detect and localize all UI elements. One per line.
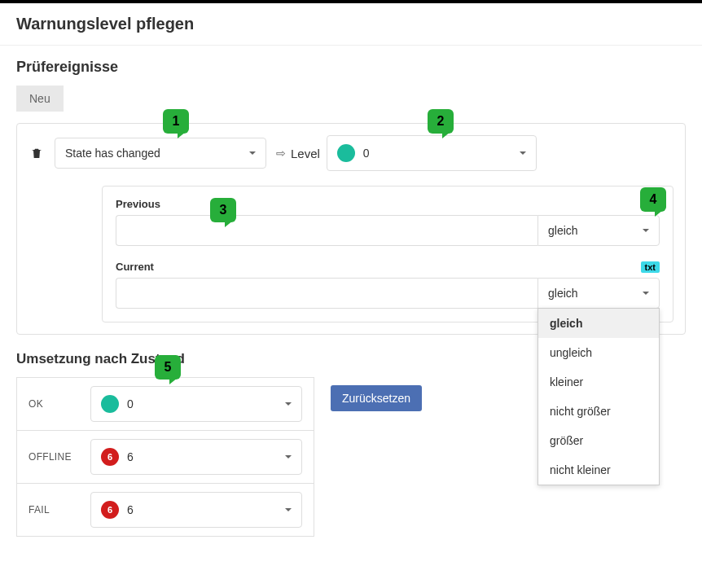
level-badge — [337, 144, 355, 162]
operator-option-gleich[interactable]: gleich — [538, 309, 659, 338]
current-label: Current — [116, 261, 154, 273]
current-input[interactable] — [116, 278, 537, 309]
state-value-offline: 6 — [127, 450, 134, 463]
operator-option-groesser[interactable]: größer — [538, 426, 659, 455]
previous-operator-value: gleich — [548, 224, 578, 237]
state-table: OK 0 OFFLINE 6 6 — [16, 377, 314, 537]
callout-3: 3 — [210, 198, 236, 222]
current-block: Current txt gleich gleich ungleich klein… — [116, 261, 660, 309]
chevron-down-icon — [285, 508, 292, 511]
callout-4: 4 — [640, 187, 666, 212]
page-header: Warnungslevel pflegen — [0, 3, 702, 46]
state-change-value: State has changed — [65, 147, 160, 160]
state-change-dropdown[interactable]: State has changed — [55, 138, 266, 169]
state-label-fail: FAIL — [17, 486, 90, 533]
operator-option-kleiner[interactable]: kleiner — [538, 367, 659, 397]
previous-label: Previous — [116, 198, 160, 210]
current-operator-value: gleich — [548, 287, 578, 300]
previous-block: Previous txt gleich — [116, 198, 660, 246]
operator-option-nicht-groesser[interactable]: nicht größer — [538, 397, 659, 426]
new-button[interactable]: Neu — [16, 86, 64, 112]
rule-container: State has changed ⇨ Level 0 — [16, 123, 686, 335]
current-operator-dropdown[interactable]: gleich gleich ungleich kleiner nicht grö… — [537, 278, 660, 309]
state-row-ok: OK 0 — [17, 378, 314, 431]
chevron-down-icon — [643, 292, 649, 295]
section-events-title: Prüfereignisse — [16, 59, 686, 76]
chevron-down-icon — [285, 402, 292, 406]
level-badge: 6 — [101, 501, 119, 519]
callout-2: 2 — [428, 109, 454, 134]
state-dropdown-ok[interactable]: 0 — [90, 386, 302, 422]
level-badge: 6 — [101, 448, 119, 466]
state-dropdown-offline[interactable]: 6 6 — [90, 439, 302, 475]
previous-operator-dropdown[interactable]: gleich — [537, 215, 660, 246]
callout-5: 5 — [155, 355, 181, 380]
level-value: 0 — [363, 147, 370, 160]
trash-icon[interactable] — [29, 145, 45, 161]
operator-menu: gleich ungleich kleiner nicht größer grö… — [537, 308, 660, 485]
level-dropdown[interactable]: 0 — [327, 135, 537, 171]
state-row-offline: OFFLINE 6 6 — [17, 431, 314, 484]
state-row-fail: FAIL 6 6 — [17, 484, 314, 536]
txt-badge: txt — [641, 261, 660, 273]
chevron-down-icon — [249, 151, 256, 155]
chevron-down-icon — [643, 229, 649, 232]
state-label-ok: OK — [17, 380, 90, 428]
operator-option-ungleich[interactable]: ungleich — [538, 338, 659, 367]
level-label: Level — [291, 147, 320, 160]
chevron-down-icon — [285, 455, 292, 459]
level-badge — [101, 395, 119, 413]
content-area: 1 2 3 4 5 Prüfereignisse Neu State has c… — [0, 46, 702, 553]
previous-input[interactable] — [116, 215, 537, 246]
rule-row: State has changed ⇨ Level 0 — [29, 135, 673, 171]
chevron-down-icon — [520, 151, 526, 155]
state-label-offline: OFFLINE — [17, 433, 90, 480]
operator-option-nicht-kleiner[interactable]: nicht kleiner — [538, 455, 659, 485]
page-title: Warnungslevel pflegen — [16, 15, 686, 33]
arrow-icon: ⇨ — [276, 147, 286, 160]
state-dropdown-fail[interactable]: 6 6 — [90, 492, 302, 528]
conditions-container: Previous txt gleich Current txt — [102, 186, 673, 323]
reset-button[interactable]: Zurücksetzen — [331, 385, 422, 411]
state-value-fail: 6 — [127, 503, 134, 516]
level-wrapper: ⇨ Level 0 — [276, 135, 537, 171]
state-value-ok: 0 — [127, 397, 134, 410]
callout-1: 1 — [163, 109, 189, 134]
level-arrow-label: ⇨ Level — [276, 147, 320, 160]
